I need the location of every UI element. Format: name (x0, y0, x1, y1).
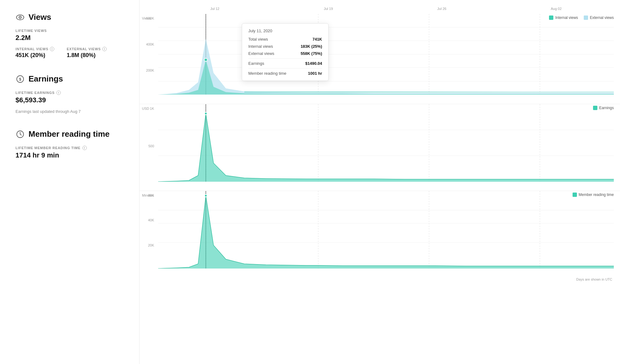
tooltip-earnings-val: $1490.04 (305, 61, 322, 66)
earnings-chart: USD Earnings 1K 500 (140, 104, 620, 191)
earnings-section: $ Earnings LIFETIME EARNINGS i $6,593.39… (16, 74, 127, 114)
tooltip-reading-key: Member reading time (248, 71, 286, 76)
tooltip-divider-1 (248, 58, 322, 59)
views-chart-svg (158, 14, 614, 95)
external-views-info[interactable]: i (102, 47, 107, 51)
tooltip-internal-key: Internal views (248, 44, 273, 49)
internal-views-value: 451K (20%) (16, 52, 54, 59)
external-views-stat: EXTERNAL VIEWS i 1.8M (80%) (67, 47, 107, 59)
earnings-y-1k: 1K (150, 107, 154, 110)
lifetime-reading-value: 1714 hr 9 min (16, 151, 127, 159)
reading-y-60k: 60K (148, 193, 154, 197)
x-label-jul19: Jul 19 (324, 7, 333, 11)
reading-y-40k: 40K (148, 218, 154, 222)
x-label-aug02: Aug 02 (551, 7, 562, 11)
earnings-chart-svg (158, 104, 614, 182)
internal-views-label: INTERNAL VIEWS i (16, 47, 54, 51)
lifetime-views-value: 2.2M (16, 34, 127, 42)
internal-views-stat: INTERNAL VIEWS i 451K (20%) (16, 47, 54, 59)
svg-point-2 (20, 17, 21, 18)
tooltip-reading-row: Member reading time 1001 hr (248, 71, 322, 76)
earnings-title: Earnings (29, 74, 63, 84)
earnings-icon: $ (16, 74, 25, 84)
views-title: Views (29, 12, 51, 22)
tooltip-divider-2 (248, 68, 322, 69)
tooltip-total-views-key: Total views (248, 37, 268, 42)
lifetime-earnings-info[interactable]: i (56, 91, 61, 95)
tooltip: July 11, 2020 Total views 741K Internal … (242, 23, 329, 81)
tooltip-total-views-row: Total views 741K (248, 37, 322, 42)
views-chart: Views Internal views External views 600K… (140, 14, 620, 104)
tooltip-reading-val: 1001 hr (308, 71, 322, 76)
tooltip-earnings-row: Earnings $1490.04 (248, 61, 322, 66)
reading-chart-svg (158, 191, 614, 269)
svg-text:$: $ (19, 77, 21, 81)
tooltip-internal-row: Internal views 183K (25%) (248, 44, 322, 49)
reading-y-20k: 20K (148, 243, 154, 247)
views-icon (16, 13, 25, 22)
x-label-jul26: Jul 26 (437, 7, 446, 11)
left-panel: Views LIFETIME VIEWS 2.2M INTERNAL VIEWS… (0, 0, 140, 364)
tooltip-external-val: 558K (75%) (301, 51, 322, 56)
svg-marker-19 (158, 39, 614, 95)
views-y-600k: 600K (146, 16, 154, 20)
tooltip-date: July 11, 2020 (248, 29, 322, 33)
earnings-header: $ Earnings (16, 74, 127, 84)
right-panel: Jul 12 Jul 19 Jul 26 Aug 02 Views Intern… (140, 0, 620, 364)
earnings-note: Earnings last updated through Aug 7 (16, 109, 127, 114)
internal-views-info[interactable]: i (50, 47, 54, 51)
svg-point-23 (204, 58, 207, 61)
x-label-jul12: Jul 12 (210, 7, 219, 11)
lifetime-views-label: LIFETIME VIEWS (16, 29, 127, 33)
lifetime-reading-label: LIFETIME MEMBER READING TIME i (16, 146, 127, 150)
lifetime-earnings-label: LIFETIME EARNINGS i (16, 91, 127, 95)
views-section: Views LIFETIME VIEWS 2.2M INTERNAL VIEWS… (16, 12, 127, 59)
views-y-400k: 400K (146, 42, 154, 46)
earnings-y-500: 500 (148, 144, 154, 148)
svg-line-7 (20, 134, 21, 135)
svg-point-44 (205, 194, 207, 197)
reading-y-axis: 60K 40K 20K (140, 191, 157, 268)
reading-title: Member reading time (29, 129, 110, 139)
reading-icon (16, 130, 25, 139)
external-views-value: 1.8M (80%) (67, 52, 107, 59)
x-axis-top: Jul 12 Jul 19 Jul 26 Aug 02 (158, 3, 614, 14)
tooltip-external-row: External views 558K (75%) (248, 51, 322, 56)
tooltip-total-views-val: 741K (312, 37, 322, 42)
earnings-y-axis: 1K 500 (140, 104, 157, 181)
svg-marker-32 (158, 113, 614, 182)
svg-point-33 (205, 112, 207, 115)
lifetime-reading-info[interactable]: i (82, 146, 87, 150)
tooltip-earnings-key: Earnings (248, 61, 264, 66)
views-header: Views (16, 12, 127, 22)
tooltip-internal-val: 183K (25%) (301, 44, 322, 49)
reading-header: Member reading time (16, 129, 127, 139)
reading-section: Member reading time LIFETIME MEMBER READ… (16, 129, 127, 159)
views-y-200k: 200K (146, 69, 154, 72)
views-stats-row: INTERNAL VIEWS i 451K (20%) EXTERNAL VIE… (16, 47, 127, 59)
views-y-axis: 600K 400K 200K (140, 14, 157, 95)
external-views-label: EXTERNAL VIEWS i (67, 47, 107, 51)
utc-note: Days are shown in UTC (140, 277, 620, 283)
lifetime-earnings-value: $6,593.39 (16, 96, 127, 104)
tooltip-external-key: External views (248, 51, 274, 56)
reading-chart: Minutes Member reading time 60K 40K 20K (140, 191, 620, 277)
svg-marker-43 (158, 196, 614, 269)
